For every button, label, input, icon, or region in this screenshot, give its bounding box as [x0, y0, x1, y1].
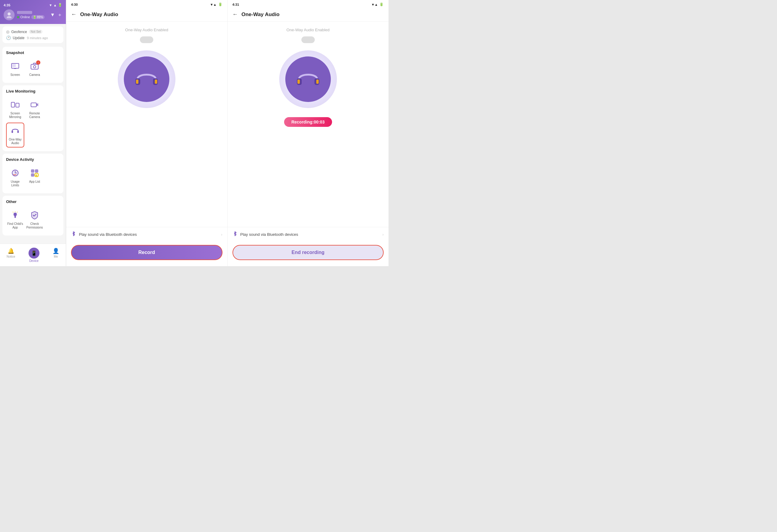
- svg-rect-11: [11, 131, 13, 133]
- recording-battery: 🔋: [379, 2, 383, 6]
- wifi-icon: ▲: [53, 3, 57, 7]
- panel-record: 4:30 ▼▲ 🔋 ← One-Way Audio One-Way Audio …: [66, 0, 228, 266]
- recording-back-btn[interactable]: ←: [232, 11, 238, 18]
- headphone-menu-icon-wrap: [9, 125, 21, 136]
- remote-camera-label: Remote Camera: [27, 112, 42, 119]
- svg-rect-37: [298, 80, 300, 84]
- menu-item-find-childs-app[interactable]: Find Child's App: [6, 207, 24, 232]
- mirror-icon: [11, 100, 20, 109]
- geofence-status: Not Set: [29, 30, 42, 34]
- recording-bluetooth-row[interactable]: Play sound via Bluetooth devices ›: [228, 227, 389, 241]
- one-way-audio-label: One-Way Audio: [7, 138, 23, 145]
- snapshot-grid: Screen ! Camera: [6, 58, 60, 79]
- menu-item-camera[interactable]: ! Camera: [25, 58, 44, 79]
- snapshot-section: Snapshot Screen: [2, 47, 64, 83]
- svg-line-27: [17, 212, 18, 212]
- mirror-icon-wrap: [9, 99, 21, 110]
- signal-icon: ▼: [49, 3, 52, 7]
- shield-icon: [30, 211, 39, 220]
- status-time: 4:35: [4, 3, 10, 7]
- record-title: One-Way Audio: [80, 11, 118, 18]
- live-monitoring-title: Live Monitoring: [6, 89, 60, 94]
- remotecam-icon: [30, 100, 39, 109]
- svg-rect-30: [136, 80, 138, 84]
- svg-rect-9: [31, 103, 36, 107]
- record-btn[interactable]: Record: [71, 245, 222, 260]
- svg-rect-39: [316, 80, 319, 84]
- recording-enabled-label: One-Way Audio Enabled: [287, 28, 330, 32]
- app-list-label: App List: [29, 180, 40, 184]
- status-bar-right: ▼ ▲ 🔋: [49, 3, 62, 7]
- recording-title: One-Way Audio: [242, 11, 280, 18]
- menu-item-screen-mirroring[interactable]: Screen Mirroring: [6, 97, 24, 121]
- recording-status-right: ▼▲ 🔋: [371, 2, 383, 6]
- avatar-name-placeholder: [17, 11, 32, 14]
- menu-item-one-way-audio[interactable]: One-Way Audio: [6, 123, 24, 147]
- record-headphone-inner: [124, 57, 170, 102]
- menu-item-screen[interactable]: Screen: [6, 58, 24, 79]
- usage-limits-icon-wrap: [9, 167, 21, 179]
- recording-content: One-Way Audio Enabled Recording:00:03: [228, 21, 389, 227]
- record-bluetooth-row[interactable]: Play sound via Bluetooth devices ›: [66, 227, 227, 241]
- bottom-nav: 🔔 Notice 📱 Device 👤 Me: [0, 244, 66, 266]
- screen-label: Screen: [10, 73, 20, 77]
- record-back-btn[interactable]: ←: [71, 11, 77, 18]
- svg-rect-18: [35, 169, 38, 173]
- record-toggle[interactable]: [140, 36, 153, 43]
- recording-bluetooth-label: Play sound via Bluetooth devices: [240, 232, 380, 237]
- menu-item-app-list[interactable]: App List: [25, 165, 44, 190]
- menu-item-usage-limits[interactable]: Usage Limits: [6, 165, 24, 190]
- geofence-icon: ◎: [6, 29, 9, 34]
- snapshot-title: Snapshot: [6, 50, 60, 55]
- record-battery: 🔋: [218, 2, 222, 6]
- other-section: Other Find Child's App: [2, 196, 64, 235]
- menu-item-check-permissions[interactable]: Check Permissions: [25, 207, 44, 232]
- device-activity-title: Device Activity: [6, 157, 60, 162]
- end-recording-btn[interactable]: End recording: [232, 245, 384, 260]
- recording-headphone-outer: [279, 50, 337, 108]
- me-icon: 👤: [52, 248, 59, 254]
- recording-bluetooth-icon: [232, 231, 238, 238]
- device-activity-grid: Usage Limits App List: [6, 165, 60, 190]
- record-topbar: ← One-Way Audio: [66, 9, 227, 21]
- bulb-icon-wrap: [9, 209, 21, 221]
- svg-line-28: [13, 212, 13, 212]
- live-monitoring-grid: Screen Mirroring Remote Camera: [6, 97, 60, 147]
- recording-bluetooth-svg: [232, 231, 238, 236]
- notice-label: Notice: [7, 255, 15, 258]
- record-status-bar: 4:30 ▼▲ 🔋: [66, 0, 227, 9]
- camera-icon-wrap: !: [29, 61, 40, 72]
- app-list-icon-wrap: [29, 167, 40, 179]
- shield-icon-wrap: [29, 209, 40, 221]
- me-label: Me: [54, 255, 58, 258]
- svg-rect-8: [16, 103, 19, 107]
- device-nav-bg: 📱: [28, 248, 39, 258]
- usage-limits-label: Usage Limits: [7, 180, 23, 187]
- update-icon: 🕐: [6, 35, 11, 40]
- recording-toggle[interactable]: [301, 36, 315, 43]
- svg-point-6: [33, 66, 36, 68]
- nav-notice[interactable]: 🔔 Notice: [3, 246, 19, 264]
- menu-item-remote-camera[interactable]: Remote Camera: [25, 97, 44, 121]
- recording-btn-wrap: End recording: [228, 241, 389, 266]
- online-dot: [17, 16, 19, 18]
- dropdown-btn[interactable]: ▼: [50, 12, 55, 18]
- screen-icon: [11, 62, 20, 71]
- record-chevron: ›: [221, 232, 222, 237]
- camera-badge: !: [36, 61, 40, 65]
- recording-chevron: ›: [382, 232, 383, 237]
- nav-device[interactable]: 📱 Device: [25, 246, 43, 264]
- nav-me[interactable]: 👤 Me: [49, 246, 63, 264]
- svg-rect-12: [17, 131, 19, 133]
- recording-time: 4:31: [232, 3, 239, 6]
- other-grid: Find Child's App Check Permissions: [6, 207, 60, 232]
- record-bluetooth-label: Play sound via Bluetooth devices: [79, 232, 219, 237]
- record-btn-wrap: Record: [66, 241, 227, 266]
- add-btn[interactable]: ＋: [58, 12, 62, 18]
- record-enabled-label: One-Way Audio Enabled: [125, 28, 168, 32]
- device-activity-section: Device Activity Usage Limits: [2, 153, 64, 193]
- svg-point-1: [7, 16, 11, 18]
- svg-rect-32: [155, 80, 157, 84]
- bluetooth-svg: [71, 231, 77, 236]
- notice-icon: 🔔: [8, 248, 14, 254]
